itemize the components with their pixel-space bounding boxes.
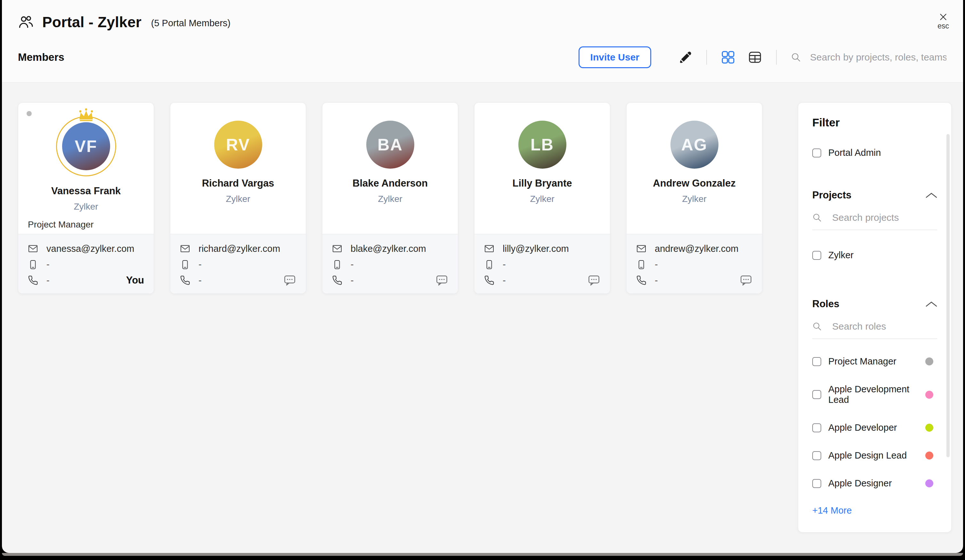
member-mobile: - xyxy=(655,259,658,270)
header-title-row: Portal - Zylker (5 Portal Members) xyxy=(18,11,947,33)
mobile-icon xyxy=(180,260,190,270)
search-input[interactable] xyxy=(810,52,947,63)
chevron-up-icon[interactable] xyxy=(926,302,937,307)
member-card[interactable]: BA Blake Anderson Zylker blake@zylker.co… xyxy=(322,103,458,294)
role-label: Apple Development Lead xyxy=(828,384,925,405)
member-card-top: RV Richard Vargas Zylker xyxy=(170,103,306,234)
edit-button[interactable] xyxy=(677,50,692,65)
chevron-up-icon[interactable] xyxy=(926,193,937,198)
role-color-dot xyxy=(925,424,933,432)
mobile-row: - xyxy=(28,257,144,272)
role-checkbox[interactable] xyxy=(812,423,821,432)
member-cards: VF Vanessa Frank Zylker Project Manager … xyxy=(18,103,762,294)
member-contact: andrew@zylker.com - - xyxy=(626,234,762,294)
toolbar-actions: Invite User xyxy=(579,46,947,68)
portal-admin-label: Portal Admin xyxy=(828,147,881,158)
member-email: blake@zylker.com xyxy=(351,243,426,254)
roles-search-input[interactable] xyxy=(831,321,937,332)
toolbar: Members Invite User xyxy=(18,47,947,68)
phone-icon xyxy=(28,275,38,286)
invite-user-button[interactable]: Invite User xyxy=(579,46,651,68)
role-color-dot xyxy=(925,391,933,399)
roles-more-link[interactable]: +14 More xyxy=(812,505,937,516)
member-count: (5 Portal Members) xyxy=(151,18,231,28)
close-icon xyxy=(939,13,947,21)
roles-search xyxy=(812,321,937,339)
member-portal: Zylker xyxy=(74,202,98,212)
member-portal: Zylker xyxy=(682,194,706,204)
role-label: Apple Designer xyxy=(828,478,892,489)
role-color-dot xyxy=(925,452,933,459)
member-contact: vanessa@zylker.com - - You xyxy=(18,234,154,294)
avatar-ring: VF xyxy=(56,116,116,176)
status-dot xyxy=(26,111,32,116)
filter-scrollbar[interactable] xyxy=(947,134,950,457)
chat-icon[interactable] xyxy=(739,274,752,287)
member-phone: - xyxy=(503,275,506,286)
member-role: Project Manager xyxy=(28,219,93,230)
global-search xyxy=(791,52,947,63)
phone-row: - You xyxy=(28,273,144,288)
member-card[interactable]: VF Vanessa Frank Zylker Project Manager … xyxy=(18,103,154,294)
grid-view-button[interactable] xyxy=(721,50,735,64)
phone-row: - xyxy=(180,273,296,288)
phone-icon xyxy=(180,275,190,286)
avatar: AG xyxy=(671,121,718,169)
member-contact: lilly@zylker.com - - xyxy=(474,234,610,294)
member-contact: richard@zylker.com - - xyxy=(170,234,306,294)
member-portal: Zylker xyxy=(530,194,554,204)
email-icon xyxy=(180,243,190,254)
mobile-icon xyxy=(332,260,342,270)
projects-search-input[interactable] xyxy=(831,212,937,224)
table-view-button[interactable] xyxy=(748,50,762,64)
page-title: Portal - Zylker xyxy=(42,13,142,31)
project-filter-item[interactable]: Zylker xyxy=(812,250,937,261)
member-portal: Zylker xyxy=(378,194,402,204)
portal-admin-filter[interactable]: Portal Admin xyxy=(812,147,937,158)
toolbar-divider xyxy=(776,50,777,65)
member-name: Vanessa Frank xyxy=(51,185,121,197)
mobile-icon xyxy=(28,260,38,270)
phone-icon xyxy=(484,275,494,286)
content-area: VF Vanessa Frank Zylker Project Manager … xyxy=(2,83,963,532)
window-base-strip xyxy=(2,553,963,556)
mobile-row: - xyxy=(332,257,448,272)
member-name: Lilly Bryante xyxy=(512,178,572,189)
role-checkbox[interactable] xyxy=(812,451,821,460)
role-color-dot xyxy=(925,358,933,366)
role-filter-item[interactable]: Apple Developer xyxy=(812,423,937,433)
role-checkbox[interactable] xyxy=(812,390,821,399)
member-card-top: AG Andrew Gonzalez Zylker xyxy=(626,103,762,234)
role-checkbox[interactable] xyxy=(812,479,821,488)
role-filter-item[interactable]: Project Manager xyxy=(812,356,937,367)
projects-title: Projects xyxy=(812,189,851,201)
phone-row: - xyxy=(484,273,600,288)
phone-icon xyxy=(332,275,342,286)
member-card[interactable]: AG Andrew Gonzalez Zylker andrew@zylker.… xyxy=(626,103,762,294)
portal-admin-checkbox[interactable] xyxy=(812,149,821,157)
member-mobile: - xyxy=(198,259,202,270)
member-card[interactable]: LB Lilly Bryante Zylker lilly@zylker.com… xyxy=(474,103,610,294)
role-filter-item[interactable]: Apple Designer xyxy=(812,478,937,489)
avatar: VF xyxy=(62,122,110,170)
member-card[interactable]: RV Richard Vargas Zylker richard@zylker.… xyxy=(170,103,306,294)
project-checkbox[interactable] xyxy=(812,251,821,260)
portal-members-window: Portal - Zylker (5 Portal Members) esc M… xyxy=(2,0,963,553)
pencil-icon xyxy=(677,50,692,65)
email-icon xyxy=(636,243,646,254)
chat-icon[interactable] xyxy=(587,274,600,287)
role-filter-item[interactable]: Apple Development Lead xyxy=(812,384,937,405)
chat-icon[interactable] xyxy=(435,274,448,287)
search-icon xyxy=(812,212,822,223)
role-label: Apple Design Lead xyxy=(828,450,907,461)
role-checkbox[interactable] xyxy=(812,357,821,366)
member-phone: - xyxy=(655,275,658,286)
header: Portal - Zylker (5 Portal Members) esc M… xyxy=(2,0,963,83)
chat-icon[interactable] xyxy=(283,274,296,287)
you-badge: You xyxy=(126,274,144,286)
role-label: Apple Developer xyxy=(828,423,897,433)
role-filter-item[interactable]: Apple Design Lead xyxy=(812,450,937,461)
close-button[interactable]: esc xyxy=(937,13,949,30)
member-mobile: - xyxy=(351,259,354,270)
member-phone: - xyxy=(351,275,354,286)
